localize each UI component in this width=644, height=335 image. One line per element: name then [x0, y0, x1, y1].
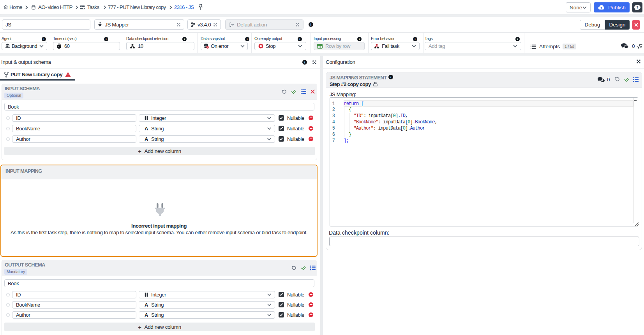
svg-text:?: ?: [636, 5, 638, 9]
